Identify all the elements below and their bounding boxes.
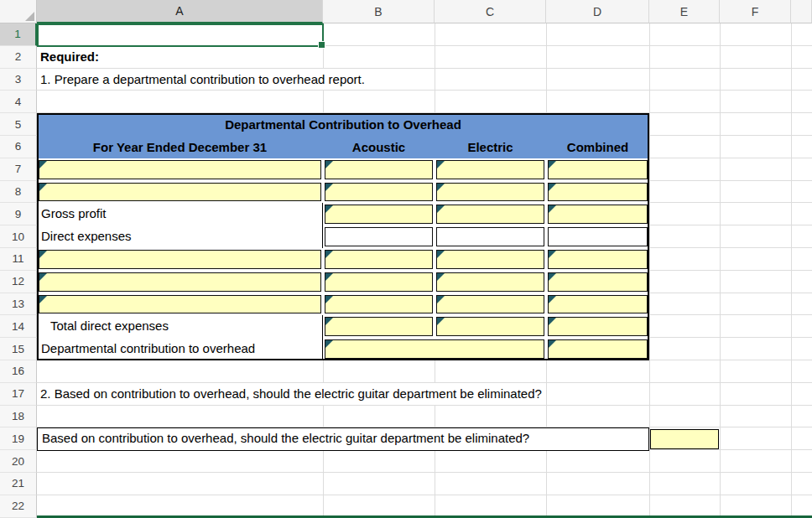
input-cell-b11[interactable] bbox=[325, 250, 433, 269]
input-cell-c12[interactable] bbox=[436, 272, 544, 292]
input-cell-a8[interactable] bbox=[39, 183, 321, 202]
input-cell-c11[interactable] bbox=[436, 250, 544, 269]
input-marker-icon bbox=[549, 296, 556, 303]
input-marker-icon bbox=[437, 184, 445, 191]
row-header-6[interactable]: 6 bbox=[0, 136, 37, 158]
input-cell-b14[interactable] bbox=[325, 317, 433, 336]
row-header-22[interactable]: 22 bbox=[0, 495, 37, 518]
column-header-f[interactable]: F bbox=[720, 0, 791, 23]
input-marker-icon bbox=[325, 296, 333, 303]
column-header-b[interactable]: B bbox=[323, 0, 435, 23]
cell-a19-question[interactable]: Based on contribution to overhead, shoul… bbox=[37, 427, 649, 451]
input-cell-a7[interactable] bbox=[39, 160, 321, 179]
row-header-12[interactable]: 12 bbox=[0, 271, 37, 293]
row-header-16[interactable]: 16 bbox=[0, 360, 37, 383]
row-header-17[interactable]: 17 bbox=[0, 383, 37, 406]
row-header-20[interactable]: 20 bbox=[0, 450, 37, 473]
input-cell-c13[interactable] bbox=[436, 295, 544, 314]
input-cell-b15[interactable] bbox=[325, 339, 544, 359]
input-cell-b13[interactable] bbox=[325, 295, 433, 314]
input-cell-c8[interactable] bbox=[436, 183, 544, 202]
row-header-11[interactable]: 11 bbox=[0, 248, 37, 271]
input-cell-b9[interactable] bbox=[325, 205, 433, 224]
input-marker-icon bbox=[549, 273, 556, 281]
cell-c10[interactable] bbox=[436, 227, 544, 246]
input-marker-icon bbox=[437, 318, 445, 325]
input-cell-d8[interactable] bbox=[548, 183, 648, 202]
column-header-partial bbox=[791, 0, 812, 23]
input-cell-c14[interactable] bbox=[436, 317, 544, 336]
input-cell-c9[interactable] bbox=[436, 205, 544, 224]
select-all-triangle-icon bbox=[25, 12, 34, 21]
row-header-19[interactable]: 19 bbox=[0, 427, 37, 450]
input-marker-icon bbox=[325, 273, 333, 281]
row-header-7[interactable]: 7 bbox=[0, 158, 37, 181]
input-marker-icon bbox=[437, 273, 445, 281]
row-header-10[interactable]: 10 bbox=[0, 225, 37, 248]
cell-a3-task1[interactable]: 1. Prepare a departmental contribution t… bbox=[37, 69, 368, 91]
input-cell-d9[interactable] bbox=[548, 205, 648, 224]
cell-a14-total-direct[interactable]: Total direct expenses bbox=[37, 315, 323, 338]
gridline bbox=[720, 23, 721, 518]
input-cell-d15[interactable] bbox=[548, 339, 648, 359]
cell-a9-gross-profit[interactable]: Gross profit bbox=[37, 203, 323, 225]
input-cell-d11[interactable] bbox=[548, 250, 648, 269]
input-marker-icon bbox=[549, 251, 556, 258]
input-marker-icon bbox=[39, 161, 47, 168]
row-header-4[interactable]: 4 bbox=[0, 91, 37, 113]
spreadsheet: A B C D E F 1 2 3 4 5 6 7 8 9 10 11 12 1… bbox=[0, 0, 812, 518]
input-marker-icon bbox=[437, 296, 445, 303]
input-marker-icon bbox=[39, 273, 47, 281]
row-header-2[interactable]: 2 bbox=[0, 46, 37, 69]
input-cell-a13[interactable] bbox=[39, 295, 321, 314]
row-header-14[interactable]: 14 bbox=[0, 315, 37, 338]
row-header-1[interactable]: 1 bbox=[0, 23, 37, 46]
row-header-9[interactable]: 9 bbox=[0, 203, 37, 225]
row-header-13[interactable]: 13 bbox=[0, 293, 37, 316]
input-cell-b12[interactable] bbox=[325, 272, 433, 292]
row-header-3[interactable]: 3 bbox=[0, 69, 37, 91]
input-cell-d7[interactable] bbox=[548, 160, 648, 179]
report-title: Departmental Contribution to Overhead bbox=[37, 114, 649, 136]
cell-a10-direct-expenses[interactable]: Direct expenses bbox=[37, 225, 323, 248]
column-header-c[interactable]: C bbox=[435, 0, 546, 23]
row-header-15[interactable]: 15 bbox=[0, 338, 37, 360]
cell-a15-dept-contribution[interactable]: Departmental contribution to overhead bbox=[37, 338, 323, 360]
input-marker-icon bbox=[549, 340, 556, 348]
column-header-acoustic: Acoustic bbox=[323, 137, 435, 158]
cell-d10[interactable] bbox=[548, 227, 648, 246]
active-cell-a1[interactable] bbox=[37, 23, 324, 47]
input-cell-d12[interactable] bbox=[548, 272, 648, 292]
input-marker-icon bbox=[325, 161, 333, 168]
cell-a2-required[interactable]: Required: bbox=[37, 46, 102, 68]
select-all-corner[interactable] bbox=[0, 0, 37, 23]
column-header-d[interactable]: D bbox=[546, 0, 649, 23]
row-header-18[interactable]: 18 bbox=[0, 406, 37, 428]
input-marker-icon bbox=[39, 184, 47, 191]
cell-e19-answer-input[interactable] bbox=[650, 429, 719, 450]
cell-a17-task2[interactable]: 2. Based on contribution to overhead, sh… bbox=[37, 383, 545, 405]
input-cell-d13[interactable] bbox=[548, 295, 648, 314]
input-cell-d14[interactable] bbox=[548, 317, 648, 336]
input-cell-c7[interactable] bbox=[436, 160, 544, 179]
row-header-21[interactable]: 21 bbox=[0, 473, 37, 495]
input-marker-icon bbox=[325, 205, 333, 213]
cell-b10[interactable] bbox=[325, 227, 433, 246]
input-cell-b8[interactable] bbox=[325, 183, 433, 202]
row-header-5[interactable]: 5 bbox=[0, 113, 37, 136]
column-header-a[interactable]: A bbox=[37, 0, 323, 23]
input-marker-icon bbox=[437, 161, 445, 168]
row-header-8[interactable]: 8 bbox=[0, 181, 37, 204]
report-period: For Year Ended December 31 bbox=[37, 137, 323, 158]
input-cell-a12[interactable] bbox=[39, 272, 321, 292]
input-marker-icon bbox=[39, 251, 47, 258]
input-marker-icon bbox=[549, 161, 556, 168]
input-cell-b7[interactable] bbox=[325, 160, 433, 179]
column-header-e[interactable]: E bbox=[649, 0, 720, 23]
column-header-combined: Combined bbox=[546, 137, 649, 158]
input-cell-a11[interactable] bbox=[39, 250, 321, 269]
column-header-electric: Electric bbox=[435, 137, 546, 158]
fill-handle[interactable] bbox=[318, 41, 325, 49]
input-marker-icon bbox=[325, 318, 333, 325]
input-marker-icon bbox=[549, 184, 556, 191]
